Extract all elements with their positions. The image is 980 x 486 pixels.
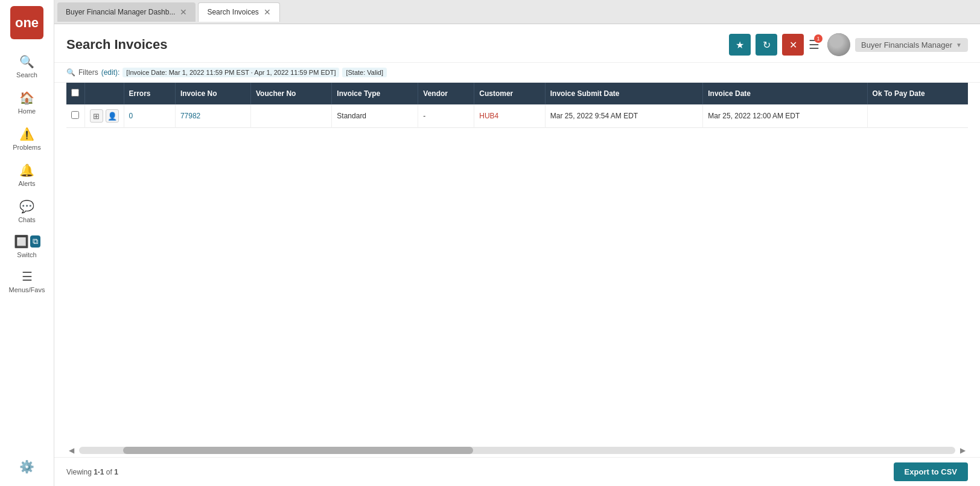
warning-icon: ⚠️ <box>19 127 34 141</box>
tab-search-invoices-close[interactable]: ✕ <box>264 7 271 17</box>
row-vendor: - <box>418 104 474 128</box>
row-ok-pay-date <box>867 104 968 128</box>
scroll-track[interactable] <box>79 447 955 454</box>
col-vendor: Vendor <box>418 83 474 104</box>
row-invoice-type: Standard <box>332 104 418 128</box>
row-invoice-no: 77982 <box>175 104 250 128</box>
col-checkbox <box>66 83 84 104</box>
avatar <box>827 33 850 56</box>
col-errors: Errors <box>124 83 175 104</box>
user-dropdown[interactable]: Buyer Financials Manager ▼ <box>827 33 968 56</box>
filter-tag-date: [Invoice Date: Mar 1, 2022 11:59 PM EST … <box>122 68 339 77</box>
filter-bar: 🔍 Filters (edit): [Invoice Date: Mar 1, … <box>54 63 980 83</box>
switch-icon: 🔲 <box>14 234 29 249</box>
scroll-right-arrow[interactable]: ▶ <box>958 446 968 455</box>
tab-search-invoices[interactable]: Search Invoices ✕ <box>198 2 279 22</box>
row-invoice-date: Mar 25, 2022 12:00 AM EDT <box>703 104 867 128</box>
star-button[interactable]: ★ <box>729 34 751 56</box>
row-action-icons: ⊞ 👤 <box>84 104 124 128</box>
filter-tag-state: [State: Valid] <box>342 68 387 77</box>
select-all-checkbox[interactable] <box>71 89 79 97</box>
invoice-no-link[interactable]: 77982 <box>180 112 200 120</box>
chat-icon: 💬 <box>19 199 34 214</box>
col-actions <box>84 83 124 104</box>
row-submit-date: Mar 25, 2022 9:54 AM EDT <box>545 104 703 128</box>
col-voucher-no: Voucher No <box>250 83 331 104</box>
sidebar-item-problems[interactable]: ⚠️ Problems <box>0 121 54 157</box>
scroll-left-arrow[interactable]: ◀ <box>66 446 77 455</box>
sidebar-item-menus-label: Menus/Favs <box>9 286 45 293</box>
sidebar-item-settings[interactable]: ⚙️ <box>16 453 37 480</box>
tab-bar: Buyer Financial Manager Dashb... ✕ Searc… <box>54 0 980 24</box>
invoice-table: Errors Invoice No Voucher No Invoice Typ… <box>66 83 968 128</box>
row-checkbox[interactable] <box>71 111 79 119</box>
switch-blue-icon: ⧉ <box>30 235 40 248</box>
row-checkbox-cell <box>66 104 84 128</box>
col-invoice-no: Invoice No <box>175 83 250 104</box>
notification-badge: 1 <box>814 34 822 43</box>
sidebar-item-search-label: Search <box>16 71 37 78</box>
hamburger-menu-button[interactable]: ☰ 1 <box>809 37 819 52</box>
sidebar-item-search[interactable]: 🔍 Search <box>0 48 54 85</box>
menu-icon: ☰ <box>22 269 33 284</box>
tab-dashboard-label: Buyer Financial Manager Dashb... <box>66 8 175 16</box>
export-csv-button[interactable]: Export to CSV <box>894 462 968 481</box>
sidebar-item-switch[interactable]: 🔲 ⧉ Switch <box>0 229 54 263</box>
col-ok-pay-date: Ok To Pay Date <box>867 83 968 104</box>
row-errors: 0 <box>124 104 175 128</box>
scroll-thumb[interactable] <box>123 447 474 454</box>
col-invoice-type: Invoice Type <box>332 83 418 104</box>
sidebar-item-alerts-label: Alerts <box>18 180 35 187</box>
search-icon-filter: 🔍 <box>66 68 75 77</box>
filter-label: Filters <box>78 68 98 77</box>
page-header: Search Invoices ★ ↻ ✕ ☰ 1 Buyer Financia… <box>54 24 980 63</box>
home-icon: 🏠 <box>19 91 34 105</box>
user-icon[interactable]: 👤 <box>106 109 119 123</box>
filter-edit-link[interactable]: (edit): <box>101 68 120 77</box>
content-area: Search Invoices ★ ↻ ✕ ☰ 1 Buyer Financia… <box>54 24 980 486</box>
viewing-text: Viewing 1-1 of 1 <box>66 468 118 476</box>
sidebar-item-problems-label: Problems <box>13 144 40 151</box>
sidebar-item-chats-label: Chats <box>18 216 36 223</box>
sidebar: one 🔍 Search 🏠 Home ⚠️ Problems 🔔 Alerts… <box>0 0 54 486</box>
sidebar-item-alerts[interactable]: 🔔 Alerts <box>0 157 54 193</box>
sidebar-item-menus[interactable]: ☰ Menus/Favs <box>0 263 54 299</box>
col-submit-date: Invoice Submit Date <box>545 83 703 104</box>
settings-icon: ⚙️ <box>19 459 34 474</box>
sidebar-item-switch-label: Switch <box>17 251 36 258</box>
app-logo[interactable]: one <box>10 6 43 39</box>
header-right: ★ ↻ ✕ ☰ 1 Buyer Financials Manager ▼ <box>729 33 968 56</box>
horizontal-scrollbar[interactable]: ◀ ▶ <box>54 444 980 457</box>
sidebar-item-chats[interactable]: 💬 Chats <box>0 193 54 229</box>
page-title: Search Invoices <box>66 37 168 53</box>
main-area: Buyer Financial Manager Dashb... ✕ Searc… <box>54 0 980 486</box>
tab-dashboard-close[interactable]: ✕ <box>180 7 187 17</box>
col-invoice-date: Invoice Date <box>703 83 867 104</box>
tab-search-invoices-label: Search Invoices <box>207 8 258 16</box>
row-customer: HUB4 <box>474 104 546 128</box>
search-icon: 🔍 <box>19 54 34 69</box>
table-row: ⊞ 👤 0 77982 Standard - HUB4 Mar 25, 2022… <box>66 104 968 128</box>
sidebar-item-home[interactable]: 🏠 Home <box>0 85 54 121</box>
bell-icon: 🔔 <box>19 163 34 177</box>
chevron-down-icon: ▼ <box>956 42 962 48</box>
user-name-label: Buyer Financials Manager <box>861 40 952 50</box>
close-button[interactable]: ✕ <box>782 34 804 56</box>
sidebar-item-home-label: Home <box>18 107 36 115</box>
table-container: Errors Invoice No Voucher No Invoice Typ… <box>54 83 980 444</box>
col-customer: Customer <box>474 83 546 104</box>
refresh-button[interactable]: ↻ <box>756 34 777 56</box>
row-voucher-no <box>250 104 331 128</box>
errors-link[interactable]: 0 <box>129 112 133 120</box>
tab-dashboard[interactable]: Buyer Financial Manager Dashb... ✕ <box>57 2 196 22</box>
expand-icon[interactable]: ⊞ <box>90 109 103 123</box>
customer-link[interactable]: HUB4 <box>479 112 498 120</box>
table-footer: Viewing 1-1 of 1 Export to CSV <box>54 457 980 486</box>
